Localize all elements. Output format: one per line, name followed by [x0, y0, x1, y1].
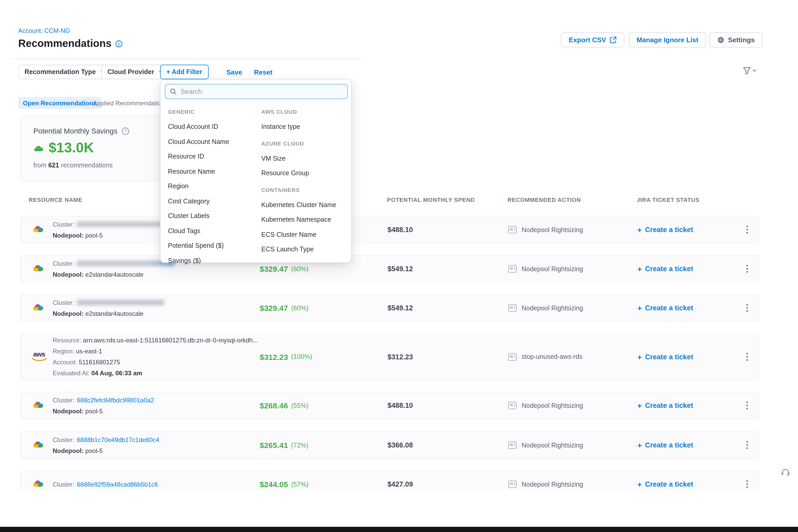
- redacted-cluster-name: [77, 300, 165, 305]
- create-ticket-link[interactable]: +Create a ticket: [638, 255, 693, 282]
- action-label: Nodepool Rightsizing: [521, 481, 583, 488]
- resource-name-cell: Cluster:6886e92f59a48cad86b5b1c6: [53, 481, 158, 488]
- cluster-id-link[interactable]: 688c2fefc84fbdc99801a0a2: [77, 396, 154, 404]
- resource-arn: arn:aws:rds:us-east-1:511616801275:db:zn…: [83, 337, 258, 344]
- funnel-icon: [743, 67, 751, 75]
- recommended-action-cell: stop-unused-aws-rds: [508, 334, 582, 380]
- nodepool-label: Nodepool:: [53, 271, 84, 278]
- recommendations-page: Account: CCM-NG Recommendations Export C…: [0, 0, 798, 532]
- nodepool-value: pool-5: [85, 232, 103, 239]
- action-label: Nodepool Rightsizing: [521, 402, 583, 409]
- nodepool-label: Nodepool:: [53, 310, 84, 317]
- savings-cell: $312.23(100%): [260, 334, 312, 380]
- gcp-logo-icon: [32, 438, 44, 452]
- page-title-text: Recommendations: [18, 38, 112, 50]
- filter-option-resource-name[interactable]: Resource Name: [168, 164, 229, 179]
- cluster-id-link[interactable]: 6886e92f59a48cad86b5b1c6: [77, 481, 158, 488]
- recommended-action-cell: Nodepool Rightsizing: [508, 255, 583, 282]
- row-menu-kebab-icon[interactable]: [744, 350, 750, 363]
- action-icon: [508, 480, 517, 488]
- col-header-potential-monthly-spend: POTENTIAL MONTHLY SPEND: [387, 197, 475, 203]
- plus-icon: +: [638, 480, 642, 489]
- header-divider: [10, 58, 361, 59]
- savings-value: $265.41: [260, 441, 288, 450]
- create-ticket-link[interactable]: +Create a ticket: [638, 392, 693, 419]
- export-csv-button[interactable]: Export CSV: [561, 32, 624, 48]
- cloud-provider-filter[interactable]: Cloud Provider: [101, 65, 170, 79]
- cloud-provider-label: Cloud Provider: [108, 68, 154, 76]
- table-row[interactable]: Cluster:688c2fefc84fbdc99801a0a2 Nodepoo…: [20, 392, 759, 419]
- table-row[interactable]: Cluster:6888b1c70e49db17c1de60c4 Nodepoo…: [20, 431, 759, 459]
- nodepool-value: pool-5: [85, 407, 103, 415]
- gcp-logo-icon: [32, 223, 44, 236]
- recommendation-type-filter[interactable]: Recommendation Type: [18, 65, 111, 79]
- filter-option-ecs-cluster-name[interactable]: ECS Cluster Name: [261, 227, 337, 242]
- row-menu-kebab-icon[interactable]: [744, 262, 750, 276]
- filter-option-cloud-tags[interactable]: Cloud Tags: [168, 224, 229, 239]
- action-icon: [508, 304, 517, 312]
- filter-option-savings[interactable]: Savings ($): [168, 253, 229, 268]
- info-icon[interactable]: [115, 40, 122, 47]
- table-row[interactable]: Cluster: Nodepool: e2standar4autoscale $…: [20, 255, 759, 283]
- filter-option-kubernetes-namespace[interactable]: Kubernetes Namespace: [261, 212, 337, 227]
- filter-option-resource-id[interactable]: Resource ID: [168, 149, 229, 164]
- section-heading-azure-cloud: AZURE CLOUD: [261, 135, 337, 151]
- filter-option-instance-type[interactable]: Instance type: [261, 119, 337, 134]
- svg-text:?: ?: [124, 128, 127, 134]
- cluster-id-link[interactable]: 6888b1c70e49db17c1de60c4: [77, 436, 159, 443]
- plus-icon: +: [638, 264, 642, 273]
- row-menu-kebab-icon[interactable]: [744, 301, 750, 315]
- filter-option-vm-size[interactable]: VM Size: [261, 151, 337, 166]
- filter-option-potential-spend[interactable]: Potential Spend ($): [168, 239, 229, 253]
- recommended-action-cell: Nodepool Rightsizing: [508, 216, 583, 243]
- support-headset-icon[interactable]: [781, 468, 790, 478]
- create-ticket-link[interactable]: +Create a ticket: [638, 216, 693, 243]
- table-row[interactable]: aws Resource: arn:aws:rds:us-east-1:5116…: [20, 333, 759, 380]
- savings-card-title-row: Potential Monthly Savings ?: [33, 127, 176, 135]
- tab-open-recommendations[interactable]: Open Recommendations: [18, 97, 101, 109]
- savings-percent: (60%): [291, 265, 308, 272]
- nodepool-value: e2standar4autoscale: [85, 271, 144, 278]
- filter-panel-toggle[interactable]: [743, 67, 756, 75]
- filter-option-cloud-account-id[interactable]: Cloud Account ID: [168, 119, 229, 134]
- nodepool-value: e2standar4autoscale: [85, 310, 144, 317]
- row-menu-kebab-icon[interactable]: [744, 223, 750, 236]
- create-ticket-link[interactable]: +Create a ticket: [638, 334, 693, 380]
- row-menu-kebab-icon[interactable]: [744, 477, 750, 491]
- table-row[interactable]: Cluster: Nodepool: e2standar4autoscale $…: [20, 294, 759, 322]
- col-header-jira-ticket-status: JIRA TICKET STATUS: [637, 197, 699, 203]
- account-breadcrumb[interactable]: Account: CCM-NG: [18, 27, 70, 34]
- section-heading-containers: CONTAINERS: [261, 182, 337, 197]
- evaluated-at-value: 04 Aug, 06:33 am: [91, 369, 142, 377]
- action-label: Nodepool Rightsizing: [521, 226, 583, 233]
- aws-smile-icon: [31, 358, 47, 362]
- create-ticket-link[interactable]: +Create a ticket: [638, 432, 693, 458]
- tab-applied-recommendations[interactable]: Applied Recommendatio: [93, 97, 161, 109]
- add-filter-button[interactable]: + Add Filter: [160, 65, 208, 79]
- plus-icon: +: [638, 401, 642, 410]
- create-ticket-link[interactable]: +Create a ticket: [638, 295, 693, 321]
- filter-option-region[interactable]: Region: [168, 179, 229, 194]
- help-icon[interactable]: ?: [121, 127, 129, 135]
- savings-value: $312.23: [260, 352, 288, 361]
- filter-search-input[interactable]: [180, 88, 343, 95]
- manage-ignore-list-label: Manage Ignore List: [636, 36, 698, 44]
- savings-value: $268.46: [260, 401, 288, 410]
- settings-button[interactable]: ⚙ Settings: [709, 32, 763, 48]
- filter-option-kubernetes-cluster-name[interactable]: Kubernetes Cluster Name: [261, 197, 337, 212]
- filter-option-cost-category[interactable]: Cost Category: [168, 194, 229, 209]
- section-heading-generic: GENERIC: [168, 104, 229, 119]
- manage-ignore-list-button[interactable]: Manage Ignore List: [629, 32, 706, 48]
- filter-option-resource-group[interactable]: Resource Group: [261, 166, 337, 181]
- row-menu-kebab-icon[interactable]: [744, 398, 750, 412]
- external-link-icon: [610, 37, 616, 43]
- row-menu-kebab-icon[interactable]: [744, 438, 750, 452]
- filter-option-cloud-account-name[interactable]: Cloud Account Name: [168, 134, 229, 149]
- recommended-action-cell: Nodepool Rightsizing: [508, 295, 583, 321]
- filter-option-ecs-launch-type[interactable]: ECS Launch Type: [261, 242, 337, 257]
- save-filter-link[interactable]: Save: [226, 68, 242, 76]
- reset-filter-link[interactable]: Reset: [254, 68, 272, 76]
- filter-option-cluster-labels[interactable]: Cluster Labels: [168, 209, 229, 224]
- savings-percent: (72%): [291, 441, 308, 449]
- table-row[interactable]: Cluster: Nodepool: pool-5 $488.10 Nodepo…: [20, 216, 759, 244]
